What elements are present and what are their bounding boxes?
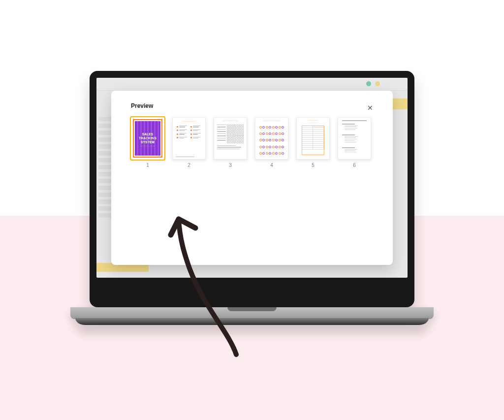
thumbnail-page-2[interactable]: ──── ─ ───── [172,117,206,168]
thumbnail-grid: SALES TRACKING SYSTEM ──── ── ─── ─ ────… [131,117,373,168]
thumbnail-page-1[interactable]: SALES TRACKING SYSTEM ──── ── ─── ─ ────… [131,117,164,168]
cover-subtitle: ──── ── ─── ─ ──── [135,145,160,147]
thumbnail-number: 1 [146,162,149,168]
thumbnail-number: 3 [229,162,232,168]
thumbnail-page-4[interactable]: ─── ─── ── ───── 4 [255,117,288,168]
modal-title: Preview [131,102,373,109]
thumbnail-page-3[interactable]: ──── ──── ──── [214,117,247,168]
thumbnail-page-5[interactable]: ───── ── ─── ── ──── [296,117,330,168]
canvas: Preview ✕ SALES [0,0,504,420]
thumbnail-page-6[interactable]: 6 [338,117,371,168]
cover-title: SALES TRACKING SYSTEM [131,132,164,144]
thumbnail-number: 6 [353,162,356,168]
close-icon[interactable]: ✕ [367,104,373,111]
thumbnail-number: 5 [312,162,315,168]
laptop-mockup: Preview ✕ SALES [70,71,434,338]
thumbnail-number: 2 [188,162,190,168]
laptop-base [70,307,434,338]
screen: Preview ✕ SALES [96,78,408,278]
thumbnail-number: 4 [270,162,273,168]
laptop-screen-frame: Preview ✕ SALES [90,71,414,307]
preview-modal: Preview ✕ SALES [111,91,393,265]
